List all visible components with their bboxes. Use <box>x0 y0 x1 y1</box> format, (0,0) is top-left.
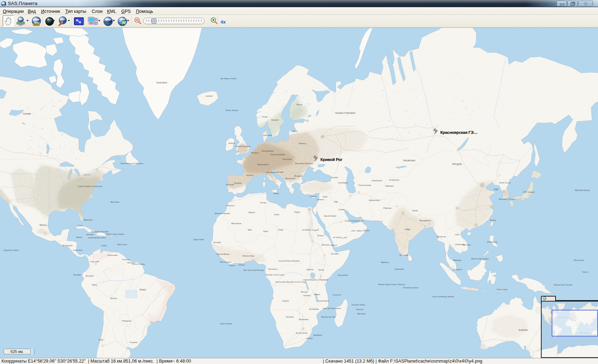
svg-text:Saint Lucia: Saint Lucia <box>117 243 127 246</box>
svg-text:Paraguay: Paraguay <box>122 320 131 322</box>
svg-text:Dominican Republic: Dominican Republic <box>91 231 109 233</box>
svg-text:Australia: Australia <box>518 329 528 331</box>
svg-text:Saint Pierre and Miquelon: Saint Pierre and Miquelon <box>121 162 143 165</box>
svg-text:Belgium: Belgium <box>252 152 259 154</box>
svg-text:Mauritius: Mauritius <box>357 313 366 315</box>
svg-text:Cameroon: Cameroon <box>268 268 277 270</box>
svg-text:Mexico: Mexico <box>40 224 47 226</box>
svg-text:El Salvador: El Salvador <box>63 244 73 247</box>
svg-text:Tromelin Island: Tromelin Island <box>351 304 365 306</box>
svg-text:OSM: OSM <box>105 20 112 24</box>
svg-text:Angola: Angola <box>282 300 289 302</box>
svg-text:Liberia: Liberia <box>229 264 235 267</box>
svg-text:United Arab Emirates: United Arab Emirates <box>345 220 364 222</box>
svg-text:Christmas Island: Christmas Island <box>402 287 418 289</box>
svg-text:Mozambique: Mozambique <box>317 300 329 302</box>
svg-text:Niger: Niger <box>263 230 268 232</box>
svg-text:Lesotho: Lesotho <box>306 337 313 339</box>
svg-text:Norge: Norge <box>262 116 268 118</box>
svg-text:Western Sahara: Western Sahara <box>214 212 230 214</box>
svg-text:Tajikistan: Tajikistan <box>385 185 394 187</box>
svg-text:Turkmenistan: Turkmenistan <box>358 184 371 186</box>
svg-text:Kenya: Kenya <box>318 269 324 271</box>
svg-text:Česka republika: Česka republika <box>270 153 285 156</box>
svg-text:Burundi: Burundi <box>301 291 308 293</box>
svg-text:Deutschland: Deutschland <box>262 150 273 152</box>
svg-text:Uganda: Uganda <box>306 268 314 271</box>
svg-text:Taiwan: Taiwan <box>490 219 496 221</box>
svg-text:Eritrea: Eritrea <box>317 234 324 237</box>
svg-text:Croatia: Croatia <box>277 171 284 173</box>
svg-text:Malawi: Malawi <box>314 293 320 295</box>
svg-text:Costa Rica: Costa Rica <box>73 249 83 251</box>
svg-text:Pakistan: Pakistan <box>383 207 391 209</box>
svg-text:United Republic of Tanzania: United Republic of Tanzania <box>303 279 328 281</box>
svg-text:Danmark: Danmark <box>263 134 272 136</box>
svg-text:España: España <box>234 182 242 184</box>
svg-text:Bassas da India: Bassas da India <box>321 316 336 318</box>
svg-text:Malaysia: Malaysia <box>453 259 461 261</box>
svg-text:Belize: Belize <box>76 236 82 238</box>
svg-text:Democratic Republic of the Con: Democratic Republic of the Congo <box>275 281 306 283</box>
svg-text:Bulgaria: Bulgaria <box>294 175 303 177</box>
svg-text:Saudi Arabia: Saudi Arabia <box>324 215 336 217</box>
svg-text:Kuwait: Kuwait <box>339 208 345 211</box>
svg-text:British Virgin Islands: British Virgin Islands <box>106 233 125 235</box>
svg-text:Mali: Mali <box>248 229 252 231</box>
svg-text:Myanmar: Myanmar <box>437 236 446 238</box>
svg-text:Mauritania: Mauritania <box>231 222 242 224</box>
svg-text:Zambia: Zambia <box>303 294 311 297</box>
svg-text:Syria: Syria <box>323 196 328 198</box>
svg-text:Afghanistan: Afghanistan <box>369 199 380 201</box>
svg-text:Cocos (Keeling) Islands: Cocos (Keeling) Islands <box>432 295 454 298</box>
svg-text:Chile: Chile <box>98 339 103 341</box>
svg-text:Belarus: Belarus <box>299 142 306 145</box>
svg-text:al-Yaman اليمن: al-Yaman اليمن <box>333 236 347 239</box>
svg-text:Sierra Leone: Sierra Leone <box>220 261 231 263</box>
svg-text:Iraq: Iraq <box>334 201 338 203</box>
svg-text:Canada: Canada <box>23 112 31 115</box>
svg-text:Georgia: Georgia <box>331 176 338 178</box>
svg-text:Republic of Korea: Republic of Korea <box>499 198 516 200</box>
svg-text:Peru: Peru <box>92 284 97 286</box>
svg-text:Sweden: Sweden <box>271 119 279 121</box>
svg-text:United States of America: United States of America <box>78 185 102 187</box>
svg-text:Ghana: Ghana <box>238 264 245 266</box>
svg-text:Ecuador: Ecuador <box>74 274 81 276</box>
svg-text:United Kingdom: United Kingdom <box>235 145 251 147</box>
svg-text:Mongolia: Mongolia <box>452 163 462 166</box>
svg-text:Russian Federation: Russian Federation <box>335 112 356 114</box>
svg-text:Greenland: Greenland <box>156 81 167 84</box>
svg-text:Republica Moldova: Republica Moldova <box>295 162 313 165</box>
svg-text:Laos: Laos <box>455 233 460 236</box>
svg-text:Lebanon: Lebanon <box>317 198 324 201</box>
svg-text:Indonesia: Indonesia <box>395 268 404 270</box>
svg-text:Macedonia: Macedonia <box>285 177 295 180</box>
svg-text:Bangladesh: Bangladesh <box>420 219 431 222</box>
svg-text:Aruba: Aruba <box>101 244 106 247</box>
svg-text:Portugal: Portugal <box>226 183 234 186</box>
svg-text:Suomi: Suomi <box>296 103 302 106</box>
svg-text:Uruguay: Uruguay <box>130 341 138 343</box>
svg-text:Ecuador: Ecuador <box>86 275 94 277</box>
svg-text:Guinea-Bissau: Guinea-Bissau <box>217 253 230 255</box>
svg-text:Кривой Рог: Кривой Рог <box>320 157 343 162</box>
svg-text:Reunion: Reunion <box>356 308 364 310</box>
svg-text:МИРА: МИРА <box>34 24 39 26</box>
svg-text:British Indian Ocean Territory: British Indian Ocean Territory <box>379 283 405 285</box>
svg-text:Netherlands Antilles: Netherlands Antilles <box>88 237 106 239</box>
svg-text:Egypt: Egypt <box>294 211 300 213</box>
svg-text:Marshall Islands: Marshall Islands <box>575 189 590 191</box>
svg-text:Venezuela: Venezuela <box>107 254 118 256</box>
svg-text:Micronesia: Micronesia <box>574 259 584 261</box>
svg-text:Viet Nam: Viet Nam <box>462 244 471 246</box>
svg-text:India: India <box>405 228 410 231</box>
svg-text:Jan Mayen Island: Jan Mayen Island <box>220 77 236 80</box>
svg-text:سلطنة عمان (Oman): سلطنة عمان (Oman) <box>351 229 370 232</box>
svg-text:Sao Tome and Principe: Sao Tome and Principe <box>243 269 264 271</box>
svg-text:French Guiana: French Guiana <box>132 263 145 265</box>
svg-text:Guyana: Guyana <box>122 258 129 261</box>
svg-text:Tunisia: Tunisia <box>260 202 267 204</box>
svg-text:Djibouti: Djibouti <box>330 244 337 246</box>
svg-text:Azerbaijan: Azerbaijan <box>338 182 348 184</box>
